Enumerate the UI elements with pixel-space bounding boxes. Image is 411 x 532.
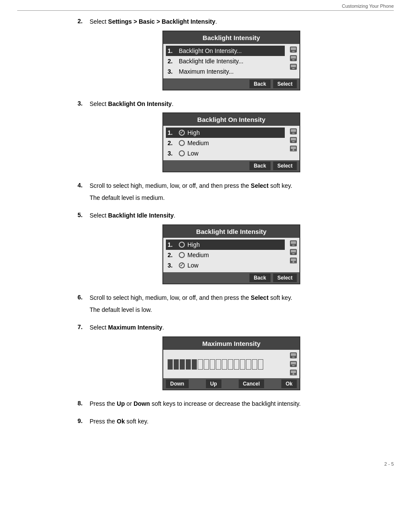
on-label-low: Low [187, 150, 199, 157]
idle-row-low: 3. Low [166, 260, 285, 271]
step-6-number: 6. [78, 294, 90, 301]
icon-idle-3 [289, 257, 298, 264]
idle-label-high: High [187, 241, 200, 248]
page-header: Customizing Your Phone [0, 0, 411, 10]
svg-rect-22 [292, 253, 295, 254]
bar-9 [216, 359, 221, 370]
on-row-medium: 2. Medium [166, 138, 285, 148]
idle-label-low: Low [187, 262, 199, 269]
cancel-softkey[interactable]: Cancel [239, 380, 264, 388]
select-softkey[interactable]: Select [273, 80, 297, 88]
svg-rect-26 [291, 353, 296, 356]
step-9-line: 9. Press the Ok soft key. [78, 417, 385, 426]
intensity-bar-section [163, 350, 287, 378]
step-7-line: 7. Select Maximum Intensity. [78, 324, 385, 332]
bar-16 [258, 359, 263, 370]
step-2-text: Select Settings > Basic > Backlight Inte… [90, 18, 217, 26]
idle-num-2: 2. [168, 252, 176, 258]
select-softkey-idle[interactable]: Select [273, 274, 297, 282]
step-6-subtext: The default level is low. [90, 306, 385, 314]
up-softkey[interactable]: Up [206, 380, 221, 388]
svg-rect-1 [291, 47, 296, 50]
bar-5 [192, 359, 197, 370]
screen-title-idle: Backlight Idle Intensity [163, 225, 299, 238]
svg-rect-30 [292, 365, 295, 366]
step-7-number: 7. [78, 324, 90, 330]
icon-on-1 [289, 128, 298, 135]
row-num-1: 1. [168, 47, 176, 54]
intensity-bars [168, 358, 283, 370]
svg-rect-5 [292, 59, 295, 60]
bar-2 [174, 359, 179, 370]
bar-13 [240, 359, 245, 370]
screen-body: 1. Backlight On Intensity... 2. Backligh… [163, 44, 299, 78]
svg-rect-14 [292, 141, 295, 142]
icon-on-2 [289, 136, 298, 144]
screen-icons-max [287, 350, 299, 378]
step-5-line: 5. Select Backlight Idle Intensity. [78, 212, 385, 220]
step-3: 3. Select Backlight On Intensity. Backli… [78, 100, 385, 173]
step-2-number: 2. [78, 18, 90, 25]
step-4-text: Scroll to select high, medium, low, or o… [90, 182, 292, 190]
row-num-3: 3. [168, 68, 176, 75]
on-num-1: 1. [168, 129, 176, 136]
idle-num-3: 3. [168, 262, 176, 269]
step-5: 5. Select Backlight Idle Intensity. Back… [78, 212, 385, 284]
down-softkey[interactable]: Down [166, 380, 189, 388]
icon-phone-2 [289, 54, 298, 62]
on-label-high: High [187, 129, 200, 136]
on-num-2: 2. [168, 140, 176, 146]
back-softkey-idle[interactable]: Back [249, 274, 271, 282]
svg-rect-24 [291, 258, 296, 261]
screen-maximum-intensity: Maximum Intensity [162, 336, 300, 390]
step-9-number: 9. [78, 417, 90, 424]
svg-rect-10 [291, 129, 296, 132]
step-6: 6. Scroll to select high, medium, low, o… [78, 294, 385, 314]
screen-main-idle: 1. High 2. Medium 3. Low [163, 238, 287, 272]
screen-body-max [163, 350, 299, 378]
step-7-text: Select Maximum Intensity. [90, 324, 164, 332]
row-label-1: Backlight On Intensity... [179, 47, 242, 54]
icon-max-3 [289, 369, 298, 376]
svg-rect-27 [292, 357, 295, 358]
row-label-2: Backlight Idle Intensity... [179, 58, 243, 65]
idle-row-medium: 2. Medium [166, 250, 285, 260]
svg-rect-7 [291, 65, 296, 67]
page-footer: 2 - 5 [0, 453, 411, 471]
content-area: 2. Select Settings > Basic > Backlight I… [0, 13, 411, 453]
screen-body-on: 1. High 2. Medium 3. Low [163, 126, 299, 160]
icon-max-1 [289, 352, 298, 359]
step-8-number: 8. [78, 400, 90, 407]
ok-softkey[interactable]: Ok [281, 380, 297, 388]
step-3-number: 3. [78, 100, 90, 107]
bar-10 [222, 359, 227, 370]
svg-rect-8 [292, 68, 295, 69]
idle-radio-medium [179, 252, 185, 258]
step-9-text: Press the Ok soft key. [90, 417, 149, 426]
menu-row-1: 1. Backlight On Intensity... [166, 46, 285, 56]
back-softkey-on[interactable]: Back [249, 162, 271, 170]
icon-max-2 [289, 360, 298, 368]
bar-7 [204, 359, 209, 370]
screen-backlight-intensity-menu: Backlight Intensity 1. Backlight On Inte… [162, 31, 300, 90]
step-8: 8. Press the Up or Down soft keys to inc… [78, 400, 385, 408]
idle-radio-high [179, 242, 185, 248]
svg-rect-4 [291, 56, 296, 59]
top-rule [17, 10, 394, 13]
step-4-subtext: The default level is medium. [90, 194, 385, 202]
icon-on-3 [289, 145, 298, 152]
step-6-text: Scroll to select high, medium, low, or o… [90, 294, 292, 302]
step-3-line: 3. Select Backlight On Intensity. [78, 100, 385, 109]
bar-15 [252, 359, 257, 370]
bar-1 [168, 359, 173, 370]
screen-title-max: Maximum Intensity [163, 337, 299, 350]
step-4-number: 4. [78, 182, 90, 189]
bar-12 [234, 359, 239, 370]
screen-icons [287, 44, 299, 78]
select-softkey-on[interactable]: Select [273, 162, 297, 170]
back-softkey[interactable]: Back [249, 80, 271, 88]
step-7: 7. Select Maximum Intensity. Maximum Int… [78, 324, 385, 390]
row-label-3: Maximum Intensity... [179, 68, 234, 75]
on-row-high: 1. High [166, 128, 285, 138]
step-3-text: Select Backlight On Intensity. [90, 100, 174, 109]
